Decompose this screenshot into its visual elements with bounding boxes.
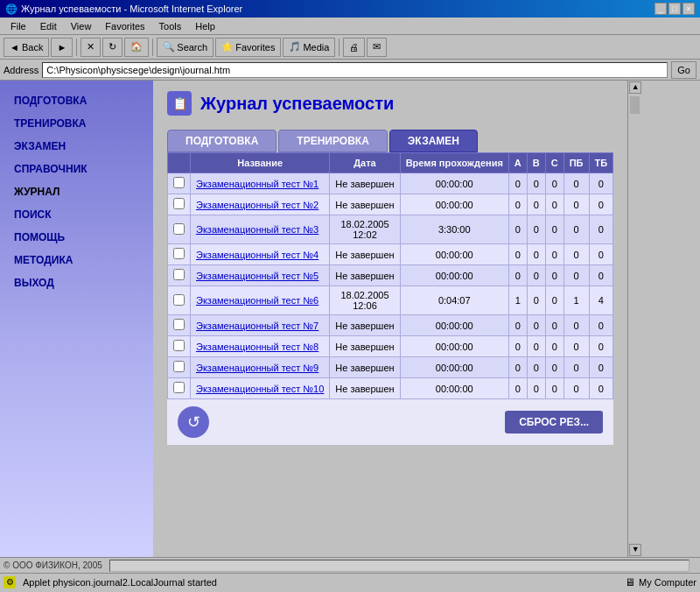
- row-checkbox-3[interactable]: [168, 244, 191, 265]
- table-row: Экзаменационный тест №9 Не завершен 00:0…: [168, 357, 613, 378]
- menu-view[interactable]: View: [64, 19, 99, 33]
- close-button[interactable]: ×: [682, 3, 695, 15]
- scroll-thumb[interactable]: [630, 96, 640, 114]
- col-tb: ТБ: [589, 153, 613, 173]
- sidebar-item-reference[interactable]: СПРАВОЧНИК: [0, 158, 153, 180]
- toolbar-separator-2: [152, 39, 153, 56]
- row-date-1: Не завершен: [330, 194, 400, 215]
- row-checkbox-8[interactable]: [168, 357, 191, 378]
- menu-help[interactable]: Help: [188, 19, 222, 33]
- test-link-8[interactable]: Экзаменационный тест №9: [196, 363, 318, 373]
- sidebar-item-method[interactable]: МЕТОДИКА: [0, 249, 153, 271]
- tab-preparation[interactable]: ПОДГОТОВКА: [167, 130, 276, 152]
- forward-button[interactable]: ►: [51, 38, 73, 57]
- test-link-7[interactable]: Экзаменационный тест №8: [196, 342, 318, 352]
- table-row: Экзаменационный тест №6 18.02.200512:06 …: [168, 286, 613, 315]
- page-title-container: 📋 Журнал успеваемости: [167, 91, 613, 116]
- row-name-7[interactable]: Экзаменационный тест №8: [191, 336, 330, 357]
- home-button[interactable]: 🏠: [124, 38, 149, 57]
- minimize-button[interactable]: _: [654, 3, 667, 15]
- tab-exam[interactable]: ЭКЗАМЕН: [389, 130, 478, 152]
- row-name-8[interactable]: Экзаменационный тест №9: [191, 357, 330, 378]
- reset-button[interactable]: СБРОС РЕЗ...: [505, 411, 603, 433]
- table-row: Экзаменационный тест №5 Не завершен 00:0…: [168, 265, 613, 286]
- menu-file[interactable]: File: [4, 19, 33, 33]
- test-link-9[interactable]: Экзаменационный тест №10: [196, 384, 324, 394]
- menu-tools[interactable]: Tools: [152, 19, 189, 33]
- row-c-6: 0: [545, 315, 564, 336]
- test-link-0[interactable]: Экзаменационный тест №1: [196, 179, 318, 189]
- row-checkbox-7[interactable]: [168, 336, 191, 357]
- row-checkbox-4[interactable]: [168, 265, 191, 286]
- test-link-1[interactable]: Экзаменационный тест №2: [196, 200, 318, 210]
- sidebar-item-exit[interactable]: ВЫХОД: [0, 271, 153, 294]
- menu-favorites[interactable]: Favorites: [98, 19, 151, 33]
- back-button[interactable]: ◄ Back: [4, 38, 49, 57]
- sidebar: ПОДГОТОВКА ТРЕНИРОВКА ЭКЗАМЕН СПРАВОЧНИК…: [0, 81, 153, 557]
- row-name-5[interactable]: Экзаменационный тест №6: [191, 286, 330, 315]
- test-link-2[interactable]: Экзаменационный тест №3: [196, 224, 318, 235]
- col-checkbox: [168, 153, 191, 173]
- row-checkbox-9[interactable]: [168, 378, 191, 399]
- row-time-9: 00:00:00: [400, 378, 508, 399]
- sidebar-item-training[interactable]: ТРЕНИРОВКА: [0, 112, 153, 135]
- row-date-9: Не завершен: [330, 378, 400, 399]
- favorites-button[interactable]: ⭐ Favorites: [215, 38, 281, 57]
- row-checkbox-2[interactable]: [168, 215, 191, 244]
- row-time-1: 00:00:00: [400, 194, 508, 215]
- row-name-2[interactable]: Экзаменационный тест №3: [191, 215, 330, 244]
- row-checkbox-1[interactable]: [168, 194, 191, 215]
- col-c: С: [545, 153, 564, 173]
- tab-training[interactable]: ТРЕНИРОВКА: [278, 130, 387, 152]
- test-link-6[interactable]: Экзаменационный тест №7: [196, 321, 318, 331]
- row-b-9: 0: [527, 378, 545, 399]
- go-button[interactable]: Go: [671, 61, 696, 79]
- row-name-4[interactable]: Экзаменационный тест №5: [191, 265, 330, 286]
- mail-button[interactable]: ✉: [367, 38, 387, 57]
- row-tb-0: 0: [589, 173, 613, 194]
- row-tb-1: 0: [589, 194, 613, 215]
- media-button[interactable]: 🎵 Media: [283, 38, 335, 57]
- sidebar-item-journal[interactable]: ЖУРНАЛ: [0, 180, 153, 203]
- row-c-8: 0: [545, 357, 564, 378]
- row-checkbox-0[interactable]: [168, 173, 191, 194]
- row-a-7: 0: [508, 336, 527, 357]
- horizontal-scroll-track[interactable]: [109, 560, 690, 572]
- sidebar-item-exam[interactable]: ЭКЗАМЕН: [0, 135, 153, 158]
- row-name-0[interactable]: Экзаменационный тест №1: [191, 173, 330, 194]
- row-time-0: 00:00:00: [400, 173, 508, 194]
- search-button[interactable]: 🔍 Search: [157, 38, 214, 57]
- row-a-5: 1: [508, 286, 527, 315]
- sidebar-item-help[interactable]: ПОМОЩЬ: [0, 226, 153, 249]
- sidebar-item-search[interactable]: ПОИСК: [0, 203, 153, 226]
- row-name-9[interactable]: Экзаменационный тест №10: [191, 378, 330, 399]
- row-checkbox-5[interactable]: [168, 286, 191, 315]
- menu-edit[interactable]: Edit: [33, 19, 64, 33]
- stop-button[interactable]: ✕: [80, 38, 101, 57]
- row-name-6[interactable]: Экзаменационный тест №7: [191, 315, 330, 336]
- refresh-button[interactable]: ↻: [102, 38, 122, 57]
- maximize-button[interactable]: □: [668, 3, 681, 15]
- row-c-7: 0: [545, 336, 564, 357]
- row-name-1[interactable]: Экзаменационный тест №2: [191, 194, 330, 215]
- row-time-8: 00:00:00: [400, 357, 508, 378]
- row-checkbox-6[interactable]: [168, 315, 191, 336]
- row-a-1: 0: [508, 194, 527, 215]
- toolbar: ◄ Back ► ✕ ↻ 🏠 🔍 Search ⭐ Favorites 🎵 Me…: [0, 35, 700, 60]
- scroll-down-button[interactable]: ▼: [629, 544, 641, 556]
- row-pb-0: 0: [564, 173, 589, 194]
- row-date-3: Не завершен: [330, 244, 400, 265]
- scroll-up-button[interactable]: ▲: [629, 81, 641, 94]
- row-tb-4: 0: [589, 265, 613, 286]
- row-name-3[interactable]: Экзаменационный тест №4: [191, 244, 330, 265]
- row-a-8: 0: [508, 357, 527, 378]
- test-link-5[interactable]: Экзаменационный тест №6: [196, 295, 318, 306]
- test-link-4[interactable]: Экзаменационный тест №5: [196, 271, 318, 281]
- address-input[interactable]: [42, 62, 668, 78]
- sidebar-item-preparation[interactable]: ПОДГОТОВКА: [0, 89, 153, 112]
- test-link-3[interactable]: Экзаменационный тест №4: [196, 250, 318, 260]
- refresh-icon-button[interactable]: ↺: [178, 406, 209, 438]
- print-button[interactable]: 🖨: [343, 38, 365, 57]
- row-a-0: 0: [508, 173, 527, 194]
- row-date-8: Не завершен: [330, 357, 400, 378]
